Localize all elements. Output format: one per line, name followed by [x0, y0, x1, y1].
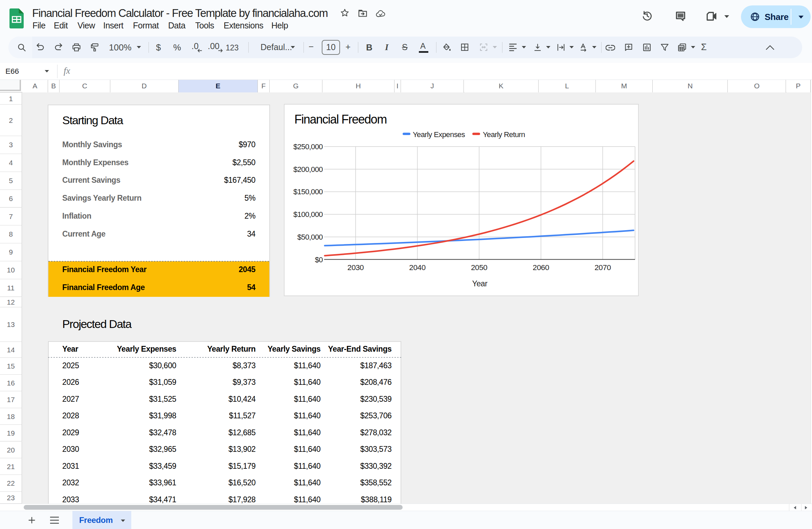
- svg-text:Year: Year: [472, 279, 488, 288]
- svg-text:2070: 2070: [594, 263, 611, 272]
- svg-text:2040: 2040: [409, 263, 425, 272]
- svg-text:Yearly Return: Yearly Return: [483, 130, 525, 139]
- svg-text:Financial Freedom: Financial Freedom: [294, 112, 387, 126]
- svg-text:$50,000: $50,000: [298, 233, 323, 241]
- svg-text:2030: 2030: [347, 263, 364, 272]
- svg-text:$200,000: $200,000: [293, 165, 323, 174]
- svg-text:$0: $0: [315, 256, 323, 264]
- svg-text:Yearly Expenses: Yearly Expenses: [413, 130, 465, 139]
- svg-text:2050: 2050: [471, 263, 487, 272]
- svg-text:$100,000: $100,000: [293, 210, 323, 219]
- svg-text:$150,000: $150,000: [293, 187, 323, 196]
- svg-text:2060: 2060: [533, 263, 549, 272]
- svg-text:$250,000: $250,000: [293, 142, 323, 151]
